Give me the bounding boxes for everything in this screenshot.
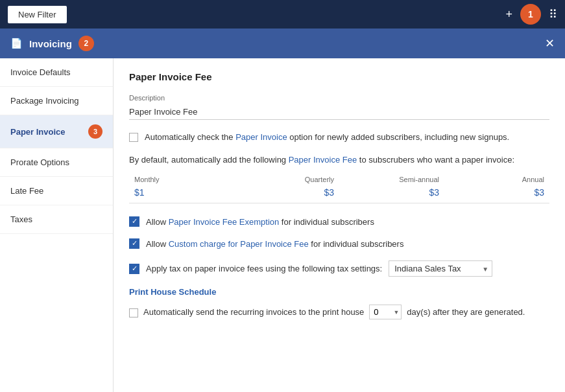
header-left: 📄 Invoicing 2 — [10, 36, 94, 51]
exemption-checkbox[interactable] — [129, 216, 139, 227]
sidebar-item-prorate-options[interactable]: Prorate Options — [0, 148, 113, 177]
sidebar-label: Package Invoicing — [10, 96, 79, 106]
tax-label: Apply tax on paper invoice fees using th… — [146, 264, 382, 273]
exemption-label: Allow Paper Invoice Fee Exemption for in… — [146, 216, 374, 228]
description-label: Description — [129, 94, 549, 102]
custom-charge-checkbox-row: Allow Custom charge for Paper Invoice Fe… — [129, 238, 549, 250]
sidebar-item-paper-invoice[interactable]: Paper Invoice 3 — [0, 115, 113, 148]
add-icon[interactable]: + — [505, 8, 512, 21]
fee-monthly: Monthly $1 — [129, 176, 234, 198]
description-input[interactable] — [129, 104, 549, 120]
sidebar-label: Paper Invoice — [10, 127, 66, 137]
header-bar: 📄 Invoicing 2 ✕ — [0, 29, 565, 58]
close-button[interactable]: ✕ — [545, 36, 555, 51]
content-title: Paper Invoice Fee — [129, 71, 549, 82]
fee-grid: Monthly $1 Quarterly $3 Semi-annual $3 A… — [129, 176, 549, 203]
day-count-dropdown[interactable]: 0 1 2 3 7 — [369, 305, 402, 319]
tax-dropdown-wrapper: Indiana Sales Tax No Tax Federal Tax — [389, 260, 492, 277]
custom-charge-label: Allow Custom charge for Paper Invoice Fe… — [146, 238, 403, 250]
tax-checkbox[interactable] — [129, 264, 139, 274]
fee-semi-annual: Semi-annual $3 — [339, 176, 444, 198]
new-filter-button[interactable]: New Filter — [8, 6, 67, 23]
sidebar-label: Taxes — [10, 214, 32, 224]
print-house-row: Automatically send the recurring invoice… — [129, 305, 549, 319]
top-bar: New Filter + 1 ⠿ — [0, 0, 565, 29]
fee-annual: Annual $3 — [444, 176, 549, 198]
fee-quarterly-label: Quarterly — [305, 176, 334, 183]
fee-monthly-value: $1 — [134, 187, 145, 198]
default-description: By default, automatically add the follow… — [129, 154, 549, 167]
grid-icon[interactable]: ⠿ — [549, 7, 557, 21]
fee-quarterly-value: $3 — [324, 187, 334, 198]
sidebar-item-invoice-defaults[interactable]: Invoice Defaults — [0, 58, 113, 87]
user-badge[interactable]: 1 — [520, 4, 541, 25]
sidebar: Invoice Defaults Package Invoicing Paper… — [0, 58, 114, 392]
print-house-label-after: day(s) after they are generated. — [407, 307, 525, 317]
content-area: Paper Invoice Fee Description Automatica… — [114, 58, 565, 392]
custom-charge-checkbox[interactable] — [129, 238, 139, 249]
invoicing-icon: 📄 — [10, 38, 23, 49]
exemption-checkbox-row: Allow Paper Invoice Fee Exemption for in… — [129, 216, 549, 228]
print-house-title: Print House Schedule — [129, 287, 549, 297]
header-badge: 2 — [78, 36, 94, 51]
sidebar-label: Prorate Options — [10, 157, 69, 167]
sidebar-label: Late Fee — [10, 186, 43, 196]
fee-semi-annual-label: Semi-annual — [399, 176, 439, 183]
sidebar-label: Invoice Defaults — [10, 67, 71, 77]
fee-quarterly: Quarterly $3 — [234, 176, 339, 198]
auto-check-row: Automatically check the Paper Invoice op… — [129, 132, 549, 143]
auto-check-checkbox[interactable] — [129, 133, 138, 142]
fee-annual-label: Annual — [522, 176, 544, 183]
fee-monthly-label: Monthly — [134, 176, 160, 183]
tax-row: Apply tax on paper invoice fees using th… — [129, 260, 549, 277]
sidebar-item-package-invoicing[interactable]: Package Invoicing — [0, 87, 113, 115]
fee-annual-value: $3 — [534, 187, 544, 198]
tax-dropdown[interactable]: Indiana Sales Tax No Tax Federal Tax — [389, 260, 492, 277]
sidebar-item-late-fee[interactable]: Late Fee — [0, 177, 113, 205]
header-title: Invoicing — [29, 38, 72, 49]
sidebar-item-badge: 3 — [88, 124, 102, 139]
auto-check-label: Automatically check the Paper Invoice op… — [145, 132, 509, 143]
main-layout: Invoice Defaults Package Invoicing Paper… — [0, 58, 565, 392]
top-bar-right: + 1 ⠿ — [505, 4, 557, 25]
fee-semi-annual-value: $3 — [429, 187, 439, 198]
print-house-label-before: Automatically send the recurring invoice… — [143, 307, 364, 317]
day-count-wrapper: 0 1 2 3 7 — [369, 305, 402, 319]
sidebar-item-taxes[interactable]: Taxes — [0, 205, 113, 234]
print-house-checkbox[interactable] — [129, 308, 138, 317]
